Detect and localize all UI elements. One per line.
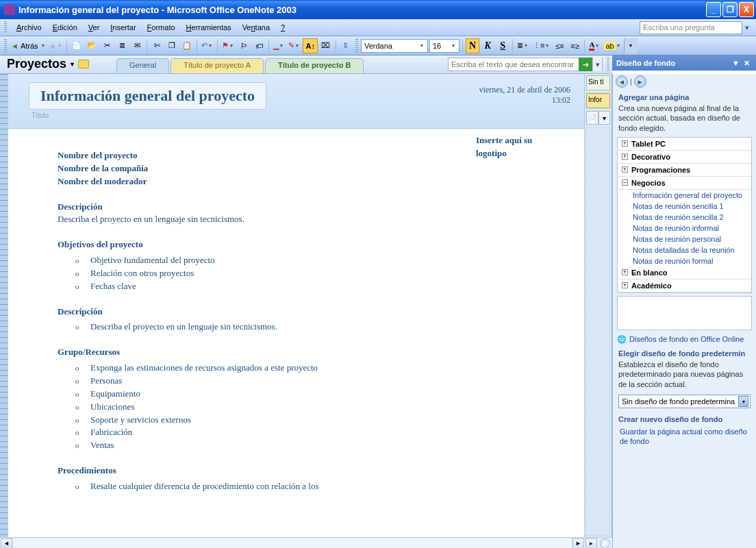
- scroll-track[interactable]: [14, 538, 571, 549]
- expand-icon[interactable]: –: [622, 179, 628, 186]
- taskpane-grip[interactable]: [607, 58, 609, 71]
- list-item[interactable]: Ubicaciones: [75, 401, 570, 414]
- forward-button[interactable]: ►▾: [49, 38, 64, 53]
- template-category[interactable]: +En blanco: [618, 266, 751, 279]
- tab-general[interactable]: General: [116, 58, 169, 73]
- template-item[interactable]: Notas de reunión formal: [618, 256, 751, 266]
- template-category[interactable]: +Tablet PC: [618, 138, 751, 151]
- expand-icon[interactable]: +: [622, 140, 628, 147]
- scroll-right[interactable]: ►: [572, 538, 584, 549]
- email-icon[interactable]: ✉: [130, 38, 144, 53]
- template-item[interactable]: Notas de reunión sencilla 2: [618, 212, 751, 223]
- page-tab-2[interactable]: Infor: [586, 93, 610, 108]
- template-category[interactable]: –Negocios: [618, 177, 751, 190]
- menu-archivo[interactable]: Archivo: [11, 21, 47, 34]
- new-page-strip[interactable]: [586, 127, 610, 536]
- taskpane-close[interactable]: ✕: [742, 59, 752, 68]
- menu-ver[interactable]: Ver: [83, 21, 105, 34]
- page-body[interactable]: Inserte aquí su logotipo Nombre del proy…: [8, 129, 584, 507]
- office-online-link[interactable]: 🌐 Diseños de fondo en Office Online: [613, 333, 756, 345]
- new-page-icon[interactable]: 📄: [70, 38, 84, 53]
- template-category[interactable]: +Programaciones: [618, 164, 751, 177]
- list-item[interactable]: Relación con otros proyectos: [75, 267, 570, 280]
- fontsize-select[interactable]: 16▾: [429, 39, 459, 53]
- template-category[interactable]: +Académico: [618, 279, 751, 292]
- outdent-icon[interactable]: ≤≡: [553, 38, 566, 53]
- tag-icon[interactable]: 🏷: [252, 38, 266, 53]
- italic-button[interactable]: K: [481, 38, 494, 53]
- select-icon[interactable]: A↕: [303, 38, 317, 53]
- toolbar-grip2[interactable]: [355, 39, 358, 53]
- highlight-button[interactable]: ab▾: [603, 38, 622, 53]
- list-item[interactable]: Objetivo fundamental del proyecto: [75, 254, 570, 267]
- menu-herramientas[interactable]: Herramientas: [181, 21, 237, 34]
- find-dropdown[interactable]: ▾: [592, 58, 602, 71]
- list-item[interactable]: Personas: [75, 375, 570, 388]
- insert-space-icon[interactable]: ⇕: [339, 38, 353, 53]
- taskpane-dropdown[interactable]: ▼: [730, 59, 742, 67]
- numbering-icon[interactable]: ⋮≡▾: [531, 38, 551, 53]
- horizontal-scrollbar[interactable]: ◄ ► ▸: [0, 537, 612, 548]
- cut-icon[interactable]: ✄: [150, 38, 164, 53]
- copy-icon[interactable]: ❐: [165, 38, 179, 53]
- list-item[interactable]: Ventas: [75, 439, 570, 452]
- highlighter-icon[interactable]: ▁▾: [272, 38, 286, 53]
- find-go-button[interactable]: ➜: [579, 58, 592, 71]
- page-canvas[interactable]: Información general del proyecto Título …: [8, 74, 584, 537]
- minimize-button[interactable]: _: [706, 2, 721, 17]
- menubar-grip[interactable]: [4, 21, 7, 34]
- tab-proyecto-b[interactable]: Título de proyecto B: [265, 58, 364, 73]
- expand-icon[interactable]: +: [622, 166, 628, 173]
- list-item[interactable]: Equipamiento: [75, 388, 570, 401]
- fontcolor-button[interactable]: A▾: [588, 38, 601, 53]
- list-item[interactable]: Fabricación: [75, 426, 570, 439]
- combo-dropdown[interactable]: ▾: [738, 396, 748, 407]
- save-template-link[interactable]: Guardar la página actual como diseño de …: [613, 425, 756, 448]
- new-page-button[interactable]: 📄: [586, 111, 598, 125]
- template-category[interactable]: +Decorativo: [618, 151, 751, 164]
- menu-formato[interactable]: Formato: [142, 21, 181, 34]
- bullets-icon[interactable]: ≣▾: [516, 38, 530, 53]
- toolbar-grip[interactable]: [4, 39, 7, 53]
- scroll-right2[interactable]: ▸: [585, 538, 597, 549]
- page-tab-1[interactable]: Sin tí: [586, 75, 610, 90]
- ask-question-box[interactable]: Escriba una pregunta: [640, 21, 742, 34]
- list-item[interactable]: Soporte y servicios externos: [75, 414, 570, 427]
- tab-proyecto-a[interactable]: Título de proyecto A: [171, 58, 264, 73]
- open-icon[interactable]: 📂: [85, 38, 99, 53]
- template-item[interactable]: Notas de reunión sencilla 1: [618, 201, 751, 212]
- eraser-icon[interactable]: ⌧: [319, 38, 333, 53]
- close-button[interactable]: X: [739, 2, 754, 17]
- ask-dropdown[interactable]: ▾: [742, 23, 752, 32]
- template-item[interactable]: Notas detalladas de la reunión: [618, 245, 751, 256]
- list-item[interactable]: Fechas clave: [75, 280, 570, 293]
- maximize-button[interactable]: ❐: [722, 2, 738, 17]
- taskpane-back[interactable]: ◄: [616, 75, 628, 88]
- section-picker[interactable]: Proyectos▾: [0, 57, 96, 73]
- menu-ventana[interactable]: Ventana: [237, 21, 275, 34]
- scroll-zoom[interactable]: [600, 538, 610, 549]
- menu-help[interactable]: ?: [275, 21, 290, 34]
- new-page-dropdown[interactable]: ▾: [598, 111, 611, 125]
- expand-icon[interactable]: +: [622, 282, 628, 288]
- template-item[interactable]: Notas de reunión personal: [618, 234, 751, 245]
- paste-icon[interactable]: 📋: [180, 38, 194, 53]
- menu-insertar[interactable]: Insertar: [105, 21, 141, 34]
- logo-placeholder[interactable]: Inserte aquí su logotipo: [476, 134, 565, 160]
- find-box[interactable]: ➜ ▾: [448, 58, 603, 71]
- indent-icon[interactable]: ≡≥: [568, 38, 581, 53]
- pen-icon[interactable]: ✎▾: [287, 38, 301, 53]
- default-template-combo[interactable]: Sin diseño de fondo predetermina ▾: [618, 395, 751, 408]
- undo-button[interactable]: ↶▾: [200, 38, 214, 53]
- template-item[interactable]: Notas de reunión informal: [618, 223, 751, 234]
- delete-icon[interactable]: ✂: [100, 38, 114, 53]
- list-item[interactable]: Exponga las estimaciones de recursos asi…: [75, 362, 570, 375]
- find-input[interactable]: [449, 60, 579, 69]
- back-button[interactable]: ◄Atrás▾: [10, 38, 47, 53]
- template-item[interactable]: Información general del proyecto: [618, 190, 751, 201]
- expand-icon[interactable]: +: [622, 153, 628, 160]
- expand-icon[interactable]: +: [622, 269, 628, 275]
- task-icon[interactable]: 🏳: [237, 38, 251, 53]
- list-item[interactable]: Describa el proyecto en un lenguaje sin …: [75, 321, 570, 334]
- underline-button[interactable]: S: [496, 38, 509, 53]
